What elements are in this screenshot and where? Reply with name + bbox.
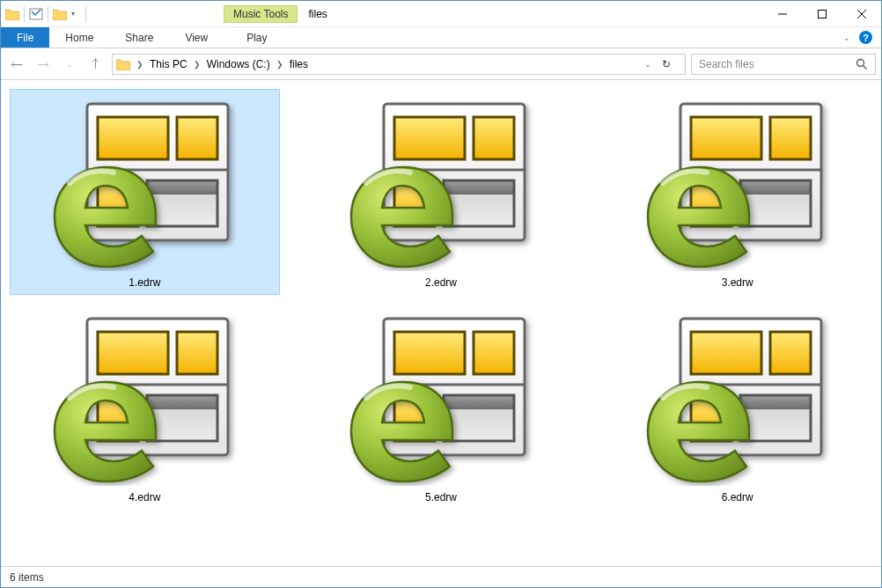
chevron-right-icon[interactable]: ❯ [189, 60, 205, 69]
folder-icon[interactable] [52, 6, 68, 22]
file-name: 2.edrw [425, 276, 457, 289]
edrw-file-icon [645, 95, 830, 271]
address-right: ⌄ ↻ [644, 58, 683, 70]
window-controls [762, 1, 881, 26]
ribbon-tabs: File Home Share View Play ⌄ ? [1, 27, 881, 48]
file-item[interactable]: 4.edrw [10, 304, 280, 510]
folder-icon[interactable] [4, 6, 20, 22]
file-item[interactable]: 5.edrw [306, 304, 577, 510]
recent-dropdown-icon[interactable]: ⌄ [59, 54, 80, 75]
breadcrumb-segment[interactable]: This PC [148, 58, 189, 70]
search-input[interactable]: Search files [691, 54, 876, 75]
folder-icon[interactable] [114, 58, 132, 70]
statusbar: 6 items [1, 566, 881, 587]
back-button[interactable]: 🡐 [6, 54, 27, 75]
file-item[interactable]: 1.edrw [10, 89, 280, 295]
edrw-file-icon [349, 310, 533, 486]
home-tab[interactable]: Home [49, 27, 109, 48]
close-button[interactable] [842, 1, 881, 26]
breadcrumb-segment[interactable]: Windows (C:) [205, 58, 272, 70]
file-grid: 1.edrw 2.edrw 3.edrw 4.edrw 5.edrw 6.edr… [1, 80, 881, 566]
file-name: 4.edrw [129, 491, 160, 503]
edrw-file-icon [52, 95, 237, 271]
chevron-right-icon[interactable]: ❯ [132, 60, 148, 69]
minimize-button[interactable] [762, 1, 802, 26]
quick-access-toolbar: ▾ [1, 6, 92, 22]
navbar: 🡐 🡒 ⌄ 🡑 ❯ This PC ❯ Windows (C:) ❯ files… [1, 48, 881, 80]
address-bar[interactable]: ❯ This PC ❯ Windows (C:) ❯ files ⌄ ↻ [112, 54, 686, 75]
file-item[interactable]: 3.edrw [602, 89, 872, 295]
file-item[interactable]: 6.edrw [602, 304, 872, 510]
qat-separator [48, 6, 48, 22]
view-tab[interactable]: View [169, 27, 224, 48]
file-name: 5.edrw [425, 491, 457, 503]
svg-rect-2 [818, 10, 826, 18]
search-icon[interactable] [856, 58, 868, 70]
file-item[interactable]: 2.edrw [306, 89, 577, 295]
qat-separator [85, 6, 86, 22]
help-icon[interactable]: ? [859, 31, 872, 44]
file-name: 6.edrw [722, 491, 753, 503]
up-button[interactable]: 🡑 [85, 54, 107, 75]
edrw-file-icon [645, 310, 830, 486]
file-name: 1.edrw [129, 276, 160, 289]
svg-point-5 [857, 59, 864, 66]
refresh-icon[interactable]: ↻ [657, 58, 676, 70]
search-placeholder: Search files [699, 58, 754, 70]
forward-button[interactable]: 🡒 [33, 54, 54, 75]
breadcrumb-segment[interactable]: files [288, 58, 310, 70]
window-title: files [298, 8, 762, 20]
ribbon-right: ⌄ ? [843, 27, 881, 48]
play-tab[interactable]: Play [231, 27, 283, 48]
chevron-right-icon[interactable]: ❯ [272, 60, 288, 69]
properties-icon[interactable] [28, 6, 44, 22]
share-tab[interactable]: Share [109, 27, 169, 48]
edrw-file-icon [52, 310, 237, 486]
music-tools-tab[interactable]: Music Tools [224, 5, 298, 23]
titlebar: ▾ Music Tools files [1, 1, 881, 27]
qat-dropdown-icon[interactable]: ▾ [71, 10, 75, 18]
chevron-down-icon[interactable]: ⌄ [644, 60, 651, 69]
file-name: 3.edrw [722, 276, 753, 289]
edrw-file-icon [349, 95, 533, 271]
item-count: 6 items [10, 571, 44, 584]
file-tab[interactable]: File [1, 27, 49, 48]
maximize-button[interactable] [802, 1, 842, 26]
ribbon-collapse-icon[interactable]: ⌄ [843, 33, 850, 42]
qat-separator [24, 6, 25, 22]
svg-line-6 [864, 65, 867, 69]
